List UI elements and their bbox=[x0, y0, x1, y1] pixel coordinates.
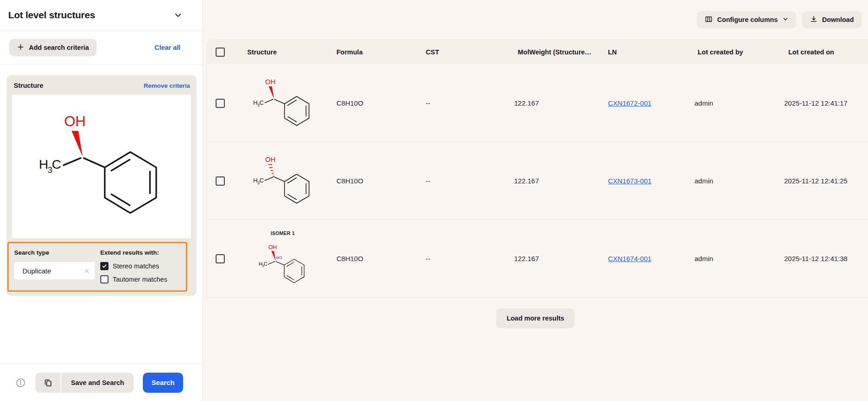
svg-text:C: C bbox=[264, 261, 267, 267]
configure-columns-button[interactable]: Configure columns bbox=[697, 11, 796, 28]
download-button[interactable]: Download bbox=[802, 11, 862, 28]
cell-molweight: 122.167 bbox=[508, 99, 604, 107]
page-title: Lot level structures bbox=[8, 10, 95, 21]
criteria-name: Structure bbox=[14, 82, 43, 89]
svg-text:OH: OH bbox=[265, 155, 276, 163]
tautomer-matches-checkbox[interactable] bbox=[100, 275, 108, 283]
methyl-c-label: C bbox=[52, 157, 61, 171]
cell-created-on: 2025-11-12 12:41:25 bbox=[781, 177, 868, 185]
svg-text:H: H bbox=[253, 176, 258, 183]
plus-icon bbox=[17, 43, 24, 52]
methyl-h-label: H bbox=[39, 157, 48, 171]
cell-cst: -- bbox=[421, 99, 508, 107]
criteria-toolbar: Add search criteria Clear all bbox=[0, 31, 202, 65]
add-search-criteria-button[interactable]: Add search criteria bbox=[9, 39, 97, 56]
table-row: OH H 3 C C8H10O -- 122.167 CXN1673-001 a… bbox=[207, 142, 868, 220]
search-type-group: Search type Duplicate × bbox=[14, 249, 95, 283]
search-button[interactable]: Search bbox=[143, 373, 183, 393]
duplicate-search-button[interactable] bbox=[35, 373, 61, 393]
sidebar-header: Lot level structures bbox=[0, 0, 202, 31]
col-header-molweight: MolWeight (Structure… bbox=[508, 48, 604, 56]
molecule-drawing-query: OH H 3 C bbox=[29, 109, 174, 224]
cell-created-on: 2025-11-12 12:41:38 bbox=[781, 255, 868, 262]
structure-criteria-header: Structure Remove criteria bbox=[6, 75, 196, 95]
configure-columns-label: Configure columns bbox=[717, 16, 778, 23]
col-header-structure: Structure bbox=[233, 48, 332, 56]
search-actions-bar: Save and Search Search bbox=[0, 364, 202, 401]
remove-criteria-button[interactable]: Remove criteria bbox=[144, 82, 190, 89]
row-checkbox[interactable] bbox=[216, 254, 225, 263]
stereo-matches-checkbox[interactable] bbox=[100, 262, 108, 270]
svg-text:OH: OH bbox=[265, 78, 276, 86]
hydroxyl-label: OH bbox=[64, 113, 86, 129]
load-more-container: Load more results bbox=[203, 308, 868, 328]
lot-link[interactable]: CXN1673-001 bbox=[608, 177, 651, 185]
search-type-value: Duplicate bbox=[22, 267, 51, 275]
cell-cst: -- bbox=[421, 177, 508, 185]
row-checkbox[interactable] bbox=[216, 176, 225, 186]
clear-search-type-icon[interactable]: × bbox=[83, 267, 90, 275]
cell-created-by: admin bbox=[691, 177, 781, 185]
col-header-created-by: Lot created by bbox=[691, 48, 781, 56]
results-table: Structure Formula CST MolWeight (Structu… bbox=[206, 39, 868, 298]
row-checkbox[interactable] bbox=[216, 99, 225, 108]
chevron-down-icon bbox=[782, 16, 788, 23]
col-header-ln: LN bbox=[604, 48, 691, 56]
svg-text:C: C bbox=[259, 176, 264, 183]
cell-created-by: admin bbox=[691, 255, 781, 262]
save-and-search-button[interactable]: Save and Search bbox=[61, 373, 134, 393]
extend-results-group: Extend results with: Stereo matches Taut… bbox=[100, 249, 167, 283]
title-chevron-down-icon[interactable] bbox=[174, 11, 182, 19]
download-label: Download bbox=[822, 16, 854, 23]
molecule-drawing-or1: OH H 3 C or1 bbox=[255, 242, 311, 287]
add-search-criteria-label: Add search criteria bbox=[29, 44, 89, 51]
cell-created-on: 2025-11-12 12:41:17 bbox=[781, 99, 868, 107]
svg-text:OH: OH bbox=[268, 244, 277, 250]
clear-all-button[interactable]: Clear all bbox=[155, 44, 180, 51]
isomer-caption: ISOMER 1 bbox=[271, 230, 295, 236]
results-area: Configure columns Download Structure For… bbox=[203, 0, 868, 401]
select-all-checkbox[interactable] bbox=[216, 48, 225, 57]
tautomer-matches-option[interactable]: Tautomer matches bbox=[100, 275, 167, 283]
table-row: ISOMER 1 OH H 3 C or1 C8H10O -- 122.167 … bbox=[207, 220, 868, 298]
svg-text:H: H bbox=[259, 261, 262, 267]
cell-formula: C8H10O bbox=[332, 99, 421, 107]
stereo-flag-label: or1 bbox=[276, 255, 282, 259]
search-type-input[interactable]: Duplicate × bbox=[14, 262, 95, 279]
app-root: Lot level structures Add search criteria… bbox=[0, 0, 868, 401]
info-icon[interactable] bbox=[16, 378, 26, 388]
col-header-created-on: Lot created on bbox=[781, 48, 868, 56]
search-options-highlight-box: Search type Duplicate × Extend results w… bbox=[7, 242, 187, 292]
columns-icon bbox=[705, 15, 713, 25]
results-toolbar: Configure columns Download bbox=[203, 0, 868, 39]
download-icon bbox=[810, 15, 818, 24]
structure-criteria-card: Structure Remove criteria OH H 3 C Searc… bbox=[6, 75, 196, 296]
table-header-row: Structure Formula CST MolWeight (Structu… bbox=[207, 40, 868, 64]
cell-molweight: 122.167 bbox=[508, 255, 604, 262]
molecule-drawing-solid-wedge: OH H 3 C bbox=[249, 76, 317, 131]
col-header-cst: CST bbox=[421, 48, 508, 56]
extend-results-label: Extend results with: bbox=[100, 249, 167, 256]
cell-created-by: admin bbox=[691, 99, 781, 107]
svg-text:H: H bbox=[253, 99, 258, 106]
stereo-matches-option[interactable]: Stereo matches bbox=[100, 262, 167, 270]
cell-cst: -- bbox=[421, 255, 508, 262]
copy-icon bbox=[43, 378, 53, 387]
stereo-matches-label: Stereo matches bbox=[113, 262, 159, 270]
molecule-drawing-hashed-wedge: OH H 3 C bbox=[249, 154, 317, 209]
cell-formula: C8H10O bbox=[332, 255, 421, 262]
cell-formula: C8H10O bbox=[332, 177, 421, 185]
save-search-button-group: Save and Search bbox=[35, 373, 134, 393]
check-icon bbox=[102, 263, 107, 269]
svg-text:C: C bbox=[259, 99, 264, 106]
search-sidebar: Lot level structures Add search criteria… bbox=[0, 0, 203, 401]
lot-link[interactable]: CXN1674-001 bbox=[608, 255, 651, 262]
tautomer-matches-label: Tautomer matches bbox=[113, 276, 167, 283]
cell-molweight: 122.167 bbox=[508, 177, 604, 185]
structure-canvas[interactable]: OH H 3 C bbox=[12, 95, 191, 238]
load-more-results-button[interactable]: Load more results bbox=[496, 308, 575, 328]
table-row: OH H 3 C C8H10O -- 122.167 CXN1672-001 a… bbox=[207, 64, 868, 142]
col-header-formula: Formula bbox=[332, 48, 421, 56]
search-type-label: Search type bbox=[14, 249, 95, 256]
lot-link[interactable]: CXN1672-001 bbox=[608, 99, 651, 107]
